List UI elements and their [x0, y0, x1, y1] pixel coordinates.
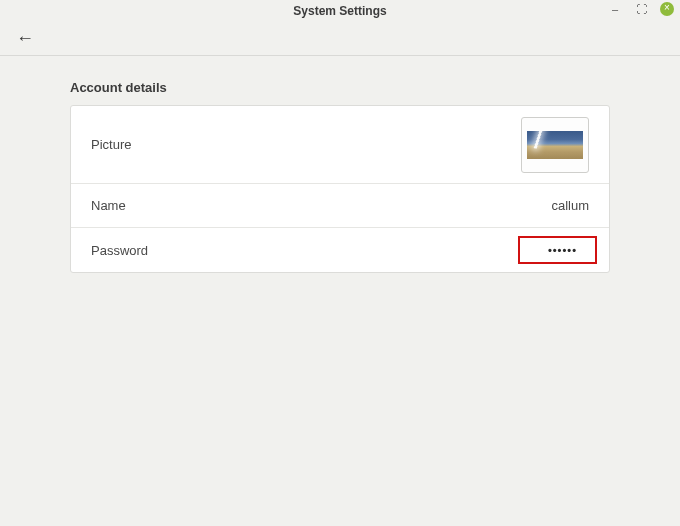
- titlebar: System Settings – ⛶: [0, 0, 680, 22]
- row-picture[interactable]: Picture: [71, 106, 609, 184]
- name-value: callum: [551, 198, 589, 213]
- avatar-picker[interactable]: [521, 117, 589, 173]
- password-label: Password: [91, 243, 148, 258]
- content-area: Account details Picture Name callum Pass…: [0, 56, 680, 273]
- row-password[interactable]: Password ••••••: [71, 228, 609, 272]
- avatar-image: [527, 131, 583, 159]
- minimize-button[interactable]: –: [608, 2, 622, 16]
- window-controls: – ⛶: [608, 2, 674, 16]
- back-icon[interactable]: ←: [10, 26, 40, 51]
- window-title: System Settings: [293, 4, 386, 18]
- password-value[interactable]: ••••••: [518, 236, 597, 264]
- close-button[interactable]: [660, 2, 674, 16]
- section-heading: Account details: [70, 80, 610, 95]
- maximize-button[interactable]: ⛶: [634, 2, 648, 16]
- account-details-card: Picture Name callum Password ••••••: [70, 105, 610, 273]
- row-name[interactable]: Name callum: [71, 184, 609, 228]
- toolbar: ←: [0, 22, 680, 56]
- name-label: Name: [91, 198, 126, 213]
- picture-label: Picture: [91, 137, 131, 152]
